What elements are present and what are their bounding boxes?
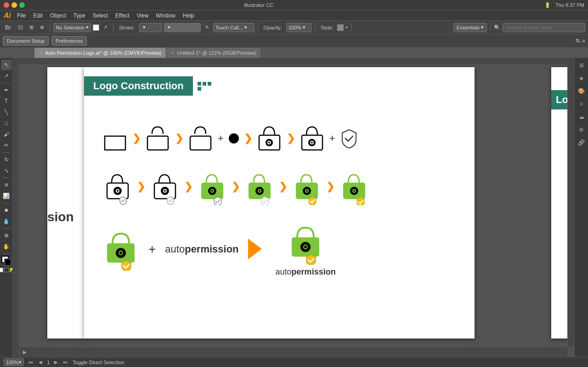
vertical-scrollbar[interactable] xyxy=(567,58,574,347)
gradient-color-icon[interactable] xyxy=(10,268,13,272)
align-icon[interactable]: ⇆ xyxy=(576,38,580,44)
autopermission-text-2: autopermission xyxy=(276,267,336,277)
paintbrush-tool[interactable]: 🖌 xyxy=(1,129,11,139)
line-tool[interactable]: ╲ xyxy=(1,107,11,117)
main-artboard[interactable]: Logo Construction ❯ xyxy=(84,67,475,338)
page-number: 1 xyxy=(47,360,50,365)
transform-panel-icon[interactable]: ⊞ xyxy=(576,60,587,71)
zoom-tool[interactable]: ⊕ xyxy=(1,230,11,241)
tab-1[interactable]: ✕ Auto Permission Logo.ai* @ 100% (CMYK/… xyxy=(34,48,166,58)
cursor-icon[interactable]: ⊕ xyxy=(38,23,46,31)
brush-icon[interactable]: ✎ xyxy=(203,23,211,31)
stroke-weight-dropdown[interactable]: ▾ xyxy=(164,23,201,32)
pencil-tool[interactable]: ✏ xyxy=(1,140,11,150)
eyedropper-tool[interactable]: 💧 xyxy=(1,216,11,226)
left-partial-text: sion xyxy=(47,210,74,224)
scale-tool[interactable]: ⤡ xyxy=(1,166,11,176)
menu-effect[interactable]: Effect xyxy=(112,11,132,20)
sw-chevron-icon: ▾ xyxy=(168,24,170,30)
menu-view[interactable]: View xyxy=(134,11,152,20)
zoom-display[interactable]: 100% ▾ xyxy=(4,358,24,366)
links-panel-icon[interactable]: 🔗 xyxy=(576,137,587,148)
rect-tool[interactable]: □ xyxy=(1,118,11,128)
tab-2[interactable]: ✕ Untitled-1* @ 122% (RGB/Preview) xyxy=(166,48,261,58)
logo-construction-header: Logo Construction xyxy=(84,76,211,96)
menu-help[interactable]: Help xyxy=(180,11,198,20)
fill-color-swatch[interactable] xyxy=(93,24,99,31)
appearance-panel-icon[interactable]: ◈ xyxy=(576,73,587,84)
menu-object[interactable]: Object xyxy=(47,11,69,20)
close-tab-2-icon[interactable]: ✕ xyxy=(171,51,175,55)
graph-tool[interactable]: 📊 xyxy=(1,191,11,201)
chevron-down-icon: ▾ xyxy=(86,24,89,30)
minimize-button[interactable] xyxy=(11,2,17,8)
close-tab-1-icon[interactable]: ✕ xyxy=(39,51,43,55)
touch-dropdown[interactable]: Touch Call... ▾ xyxy=(213,23,254,32)
top-ruler xyxy=(20,58,567,65)
next-page-button-2[interactable]: ▶ xyxy=(53,360,59,365)
logo-title-box: Logo Construction xyxy=(84,76,193,96)
essentials-button[interactable]: Essentials ▾ xyxy=(453,23,487,32)
fill-icon[interactable] xyxy=(0,268,3,272)
lock-row-1: ❯ ❯ + xyxy=(102,122,456,155)
color-mode-icons xyxy=(0,268,13,272)
opacity-dropdown[interactable]: 100% ▾ xyxy=(286,23,311,32)
stock-icon[interactable]: St xyxy=(15,23,25,32)
libraries-panel-icon[interactable]: ☁ xyxy=(576,111,587,122)
plus-1: + xyxy=(218,132,224,144)
rotate-tool[interactable]: ↻ xyxy=(1,155,11,165)
selection-tool[interactable]: ↖ xyxy=(1,60,11,70)
gradient-tool[interactable]: ■ xyxy=(1,205,11,215)
menu-select[interactable]: Select xyxy=(90,11,111,20)
menu-edit[interactable]: Edit xyxy=(30,11,46,20)
stroke-dropdown[interactable]: ▾ xyxy=(139,23,162,32)
plus-3: + xyxy=(148,242,156,257)
layers-panel-icon[interactable]: ≡ xyxy=(576,98,587,109)
color-panel-icon[interactable]: 🎨 xyxy=(576,86,587,97)
style-swatch[interactable] xyxy=(337,24,344,31)
logo-dots xyxy=(198,82,211,91)
arrow-9: ❯ xyxy=(326,181,334,193)
svg-point-3 xyxy=(229,133,239,143)
selection-dropdown[interactable]: No Selection ▾ xyxy=(53,23,90,32)
artboard-left-partial: sion xyxy=(47,67,84,338)
hand-tool[interactable]: ✋ xyxy=(1,241,11,252)
right-panels: ⊞ ◈ 🎨 ≡ ☁ ⚙ 🔗 xyxy=(574,58,588,357)
toolbar-2: Document Setup Preferences ⇆ ≡ xyxy=(0,34,588,47)
menu-window[interactable]: Window xyxy=(153,11,179,20)
arrow-5: ❯ xyxy=(137,181,145,193)
opacity-value: 100% xyxy=(288,25,301,30)
arrow-3: ❯ xyxy=(244,132,252,144)
pen-tool[interactable]: ✒ xyxy=(1,85,11,95)
svg-point-11 xyxy=(311,142,313,143)
warp-tool[interactable]: ≋ xyxy=(1,180,11,190)
opacity-label: Opacity: xyxy=(261,24,284,31)
next-page-button[interactable]: ▶ xyxy=(22,350,28,355)
stroke-chevron-icon: ▾ xyxy=(143,24,146,30)
doc-setup-button[interactable]: Document Setup xyxy=(3,36,49,46)
direct-selection-tool[interactable]: ↗ xyxy=(1,71,11,81)
horizontal-scrollbar[interactable]: ◀ ▶ xyxy=(13,347,567,357)
stroke-color-icon[interactable] xyxy=(4,268,9,272)
distribute-icon[interactable]: ≡ xyxy=(582,38,585,44)
preferences-button[interactable]: Preferences xyxy=(51,36,87,46)
traffic-lights[interactable] xyxy=(4,2,25,8)
bridge-icon[interactable]: Br xyxy=(3,23,13,32)
fill-stroke-colors[interactable] xyxy=(1,256,11,266)
tab-2-label: Untitled-1* @ 122% (RGB/Preview) xyxy=(177,50,256,56)
search-stock-input[interactable] xyxy=(503,23,585,32)
close-button[interactable] xyxy=(4,2,9,8)
properties-panel-icon[interactable]: ⚙ xyxy=(576,124,587,135)
arrange-icon[interactable]: ⊞ xyxy=(27,23,36,31)
menu-type[interactable]: Type xyxy=(70,11,89,20)
first-page-button[interactable]: ⏮ xyxy=(28,360,34,365)
menu-file[interactable]: File xyxy=(14,11,29,20)
prev-page-button-2[interactable]: ◀ xyxy=(38,360,43,365)
type-tool[interactable]: T xyxy=(1,96,11,106)
svg-point-44 xyxy=(304,246,307,248)
maximize-button[interactable] xyxy=(19,2,25,8)
last-page-button[interactable]: ⏭ xyxy=(62,360,69,365)
svg-point-35 xyxy=(353,190,355,192)
stroke-icon[interactable]: ↗ xyxy=(101,23,110,31)
opacity-chevron-icon: ▾ xyxy=(303,24,305,30)
